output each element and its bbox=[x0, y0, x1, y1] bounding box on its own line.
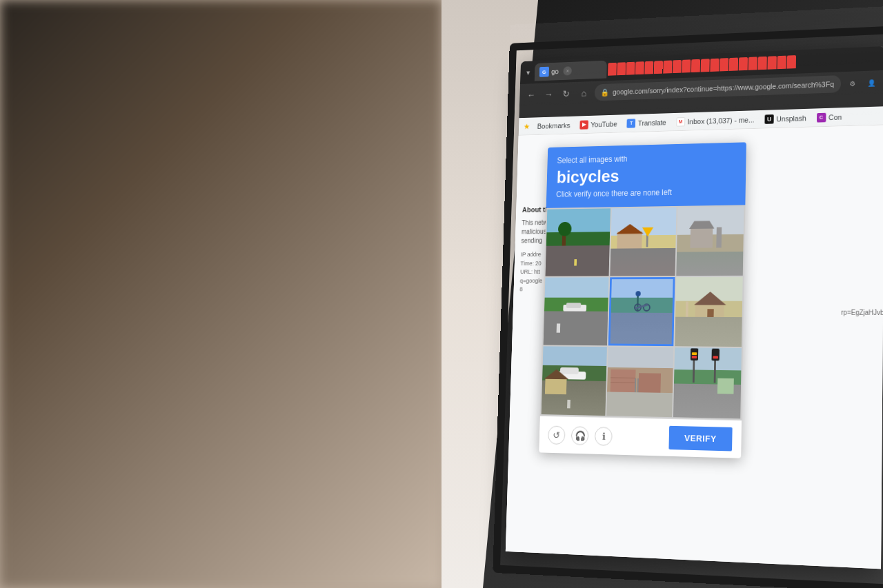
captcha-grid-cell-1[interactable] bbox=[546, 208, 611, 276]
captcha-grid-cell-4[interactable] bbox=[544, 277, 609, 345]
captcha-refresh-button[interactable]: ↺ bbox=[548, 425, 566, 444]
captcha-header: Select all images with bicycles Click ve… bbox=[546, 142, 746, 207]
checkbox[interactable] bbox=[506, 205, 517, 219]
extra-tab[interactable] bbox=[682, 59, 691, 72]
extra-tab[interactable] bbox=[710, 59, 719, 72]
bookmark-youtube-label: YouTube bbox=[591, 120, 617, 128]
con-favicon: C bbox=[817, 112, 826, 122]
extra-tab[interactable] bbox=[720, 58, 728, 71]
captcha-grid-cell-9[interactable] bbox=[673, 347, 742, 418]
captcha-footer-icons: ↺ 🎧 ℹ bbox=[548, 425, 613, 445]
captcha-grid-cell-7[interactable] bbox=[542, 346, 607, 416]
home-button[interactable]: ⌂ bbox=[577, 85, 591, 101]
bookmark-unsplash[interactable]: U Unsplash bbox=[762, 112, 809, 125]
gmail-favicon: M bbox=[676, 117, 685, 127]
extra-tab[interactable] bbox=[654, 61, 663, 74]
bookmark-translate[interactable]: T Translate bbox=[624, 116, 669, 129]
browser-chrome: ▼ G go × bbox=[519, 46, 883, 118]
tab-close-button[interactable]: × bbox=[564, 66, 573, 75]
bookmark-unsplash-label: Unsplash bbox=[776, 114, 806, 123]
captcha-info-button[interactable]: ℹ bbox=[595, 427, 613, 446]
headphone-icon: 🎧 bbox=[575, 430, 586, 441]
extra-tab[interactable] bbox=[757, 57, 766, 70]
info-icon: ℹ bbox=[602, 431, 605, 442]
captcha-grid-cell-5[interactable] bbox=[608, 277, 675, 346]
extra-tab[interactable] bbox=[617, 62, 626, 75]
extra-tab[interactable] bbox=[786, 55, 795, 69]
bookmarks-star-icon: ★ bbox=[524, 122, 530, 131]
browser-window: ▼ G go × bbox=[506, 46, 883, 569]
extra-tab[interactable] bbox=[663, 61, 672, 74]
captcha-subtext: Click verify once there are none left bbox=[556, 187, 735, 199]
active-tab[interactable]: G go × bbox=[535, 61, 607, 81]
verify-button[interactable]: VERIFY bbox=[668, 426, 732, 452]
captcha-grid-cell-6[interactable] bbox=[675, 277, 743, 347]
captcha-grid-cell-3[interactable] bbox=[676, 206, 744, 276]
lock-icon: 🔒 bbox=[600, 88, 609, 97]
captcha-widget: Select all images with bicycles Click ve… bbox=[539, 142, 746, 458]
captcha-image-grid bbox=[540, 205, 746, 420]
laptop-screen: ▼ G go × bbox=[493, 6, 883, 588]
background-left bbox=[0, 0, 442, 588]
extra-tab[interactable] bbox=[767, 56, 776, 69]
captcha-grid-cell-2[interactable] bbox=[610, 207, 676, 276]
bookmark-youtube[interactable]: ▶ YouTube bbox=[577, 118, 620, 131]
refresh-icon: ↺ bbox=[553, 429, 560, 440]
captcha-footer: ↺ 🎧 ℹ VERIFY bbox=[539, 416, 742, 458]
bookmark-con-label: Con bbox=[829, 112, 842, 121]
back-button[interactable]: ← bbox=[524, 87, 539, 103]
extra-tab[interactable] bbox=[691, 59, 700, 72]
tab-favicon-google: G bbox=[539, 67, 549, 77]
tab-list-icon[interactable]: ▼ bbox=[525, 69, 531, 76]
extra-tab[interactable] bbox=[739, 57, 748, 70]
extensions-icon[interactable]: ⚙ bbox=[844, 75, 860, 92]
translate-favicon: T bbox=[627, 119, 636, 128]
extra-tab[interactable] bbox=[748, 57, 757, 70]
extra-tab[interactable] bbox=[777, 56, 786, 70]
url-overflow-text: rp=EgZjaHJvbWUqCQgAEEUYOxiA bbox=[841, 309, 883, 317]
bookmark-con[interactable]: C Con bbox=[814, 110, 844, 123]
captcha-subject: bicycles bbox=[556, 163, 735, 187]
extra-tab[interactable] bbox=[729, 58, 738, 71]
bookmarks-label[interactable]: Bookmarks bbox=[535, 120, 573, 131]
bookmark-gmail[interactable]: M Inbox (13,037) - me... bbox=[673, 113, 757, 128]
unsplash-favicon: U bbox=[764, 114, 773, 124]
refresh-button[interactable]: ↻ bbox=[559, 86, 573, 102]
extra-tab[interactable] bbox=[701, 59, 710, 72]
extra-tab[interactable] bbox=[635, 61, 644, 74]
youtube-favicon: ▶ bbox=[579, 120, 588, 129]
extra-tab[interactable] bbox=[673, 60, 682, 73]
url-text: google.com/sorry/index?continue=https://… bbox=[613, 80, 834, 96]
extra-tab[interactable] bbox=[626, 62, 635, 75]
bookmark-gmail-label: Inbox (13,037) - me... bbox=[687, 115, 754, 125]
captcha-instruction: Select all images with bbox=[557, 152, 735, 165]
captcha-audio-button[interactable]: 🎧 bbox=[571, 426, 589, 445]
browser-content: About th This netwmalicioussending IP ad… bbox=[506, 125, 883, 569]
bookmark-translate-label: Translate bbox=[638, 118, 666, 126]
tab-title: go bbox=[551, 68, 559, 75]
extra-tab[interactable] bbox=[608, 63, 617, 76]
captcha-grid-cell-8[interactable] bbox=[606, 347, 673, 417]
profile-icon[interactable]: 👤 bbox=[864, 74, 880, 91]
extra-tab[interactable] bbox=[644, 61, 653, 74]
forward-button[interactable]: → bbox=[542, 87, 556, 103]
